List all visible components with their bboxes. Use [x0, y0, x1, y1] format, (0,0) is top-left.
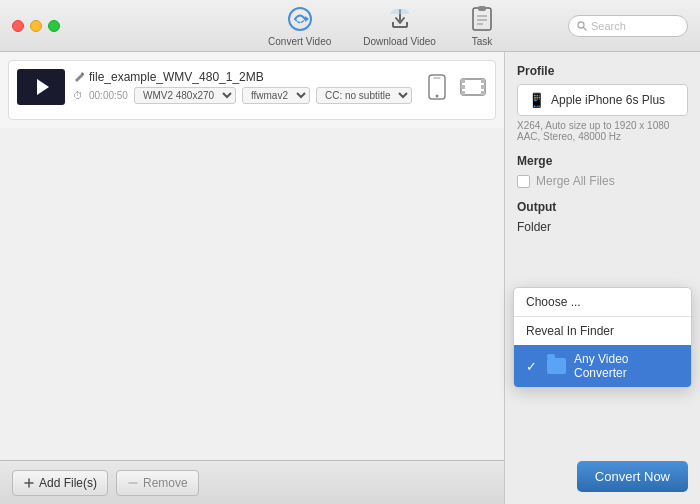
play-icon — [37, 79, 49, 95]
svg-rect-2 — [473, 8, 491, 30]
task-button[interactable]: Task — [468, 5, 496, 47]
left-panel: file_example_WMV_480_1_2MB ⏱ 00:00:50 WM… — [0, 52, 505, 504]
download-video-label: Download Video — [363, 36, 436, 47]
remove-icon — [127, 477, 139, 489]
file-info: file_example_WMV_480_1_2MB ⏱ 00:00:50 WM… — [73, 70, 415, 104]
file-duration-value: 00:00:50 — [89, 90, 128, 101]
file-icons-right — [423, 73, 487, 101]
file-item: file_example_WMV_480_1_2MB ⏱ 00:00:50 WM… — [8, 60, 496, 120]
maximize-button[interactable] — [48, 20, 60, 32]
download-video-icon — [386, 5, 414, 33]
profile-description: X264, Auto size up to 1920 x 1080AAC, St… — [517, 120, 688, 142]
download-video-button[interactable]: Download Video — [363, 5, 436, 47]
folder-label: Folder — [517, 220, 551, 234]
folder-row: Folder — [517, 220, 688, 234]
svg-point-10 — [436, 95, 439, 98]
add-files-label: Add File(s) — [39, 476, 97, 490]
convert-now-button[interactable]: Convert Now — [577, 461, 688, 492]
file-duration: ⏱ — [73, 90, 83, 101]
main-container: file_example_WMV_480_1_2MB ⏱ 00:00:50 WM… — [0, 52, 700, 504]
svg-marker-1 — [305, 16, 309, 22]
merge-checkbox-row[interactable]: Merge All Files — [517, 174, 688, 188]
search-icon — [577, 21, 587, 31]
profile-title: Profile — [517, 64, 688, 78]
video-thumbnail — [17, 69, 65, 105]
file-header: file_example_WMV_480_1_2MB ⏱ 00:00:50 WM… — [17, 69, 487, 105]
svg-rect-17 — [481, 85, 485, 89]
task-label: Task — [472, 36, 493, 47]
remove-label: Remove — [143, 476, 188, 490]
title-bar: Convert Video Download Video — [0, 0, 700, 52]
output-folder-dropdown[interactable]: Choose ... Reveal In Finder ✓ Any Video … — [513, 287, 692, 388]
add-files-button[interactable]: Add File(s) — [12, 470, 108, 496]
phone-icon[interactable] — [423, 73, 451, 101]
file-meta: ⏱ 00:00:50 WMV2 480x270 ffwmav2 CC: no s… — [73, 87, 415, 104]
content-area — [0, 128, 504, 460]
dropdown-selected-item[interactable]: ✓ Any Video Converter — [514, 345, 691, 387]
bottom-bar: Add File(s) Remove — [0, 460, 504, 504]
profile-phone-icon: 📱 — [528, 92, 545, 108]
svg-line-8 — [584, 27, 587, 30]
audio-select[interactable]: ffwmav2 — [242, 87, 310, 104]
merge-checkbox[interactable] — [517, 175, 530, 188]
convert-video-icon — [286, 5, 314, 33]
convert-now-label: Convert Now — [595, 469, 670, 484]
profile-name: Apple iPhone 6s Plus — [551, 93, 665, 107]
traffic-lights — [12, 20, 60, 32]
svg-rect-13 — [461, 79, 465, 83]
right-panel: Profile 📱 Apple iPhone 6s Plus X264, Aut… — [505, 52, 700, 504]
remove-button[interactable]: Remove — [116, 470, 199, 496]
output-title: Output — [517, 200, 688, 214]
dropdown-reveal[interactable]: Reveal In Finder — [514, 317, 691, 345]
task-icon — [468, 5, 496, 33]
add-icon — [23, 477, 35, 489]
search-placeholder: Search — [591, 20, 626, 32]
svg-rect-3 — [478, 6, 486, 11]
search-box[interactable]: Search — [568, 15, 688, 37]
svg-rect-18 — [481, 91, 485, 95]
svg-rect-16 — [481, 79, 485, 83]
svg-rect-15 — [461, 91, 465, 95]
dropdown-selected-label: Any Video Converter — [574, 352, 679, 380]
convert-video-button[interactable]: Convert Video — [268, 5, 331, 47]
minimize-button[interactable] — [30, 20, 42, 32]
dropdown-choose[interactable]: Choose ... — [514, 288, 691, 316]
merge-title: Merge — [517, 154, 688, 168]
folder-blue-icon — [547, 358, 566, 374]
film-icon[interactable] — [459, 73, 487, 101]
profile-section: Profile 📱 Apple iPhone 6s Plus X264, Aut… — [517, 64, 688, 142]
checkmark-icon: ✓ — [526, 359, 537, 374]
format-select[interactable]: WMV2 480x270 — [134, 87, 236, 104]
file-name: file_example_WMV_480_1_2MB — [73, 70, 415, 84]
convert-video-label: Convert Video — [268, 36, 331, 47]
profile-box[interactable]: 📱 Apple iPhone 6s Plus — [517, 84, 688, 116]
svg-rect-14 — [461, 85, 465, 89]
close-button[interactable] — [12, 20, 24, 32]
merge-checkbox-label: Merge All Files — [536, 174, 615, 188]
merge-section: Merge Merge All Files — [517, 154, 688, 188]
edit-icon — [73, 71, 85, 83]
subtitle-select[interactable]: CC: no subtitle — [316, 87, 412, 104]
